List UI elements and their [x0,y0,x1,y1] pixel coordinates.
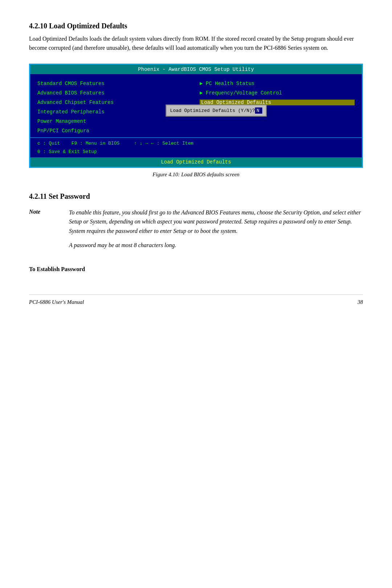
dialog-input: N [255,107,262,113]
bios-item-standard: Standard CMOS Features [37,81,192,86]
section-410-body: Load Optimized Defaults loads the defaul… [29,35,363,53]
bios-footer-save: 0 : Save & Exit Setup [30,149,362,157]
bios-dialog: Load Optimized Defaults (Y/N)? N [166,104,267,116]
bios-item-power: Power Management [37,118,192,124]
bios-footer: c : Quit F9 : Menu in BIOS ↑ ↓ → ← : Sel… [30,137,362,149]
note-label: Note [29,208,58,255]
note-block: Note To enable this feature, you should … [29,208,363,255]
to-establish-heading: To Establish Password [29,266,363,273]
bios-item-freq-voltage: ► Frequency/Voltage Control [200,90,355,96]
section-411-heading: 4.2.11 Set Password [29,192,363,201]
bios-title-bar: Phoenix - AwardBIOS CMOS Setup Utility [30,65,362,74]
bios-screen: Phoenix - AwardBIOS CMOS Setup Utility S… [29,64,363,168]
note-text-2: A password may be at most 8 characters l… [69,241,363,250]
page-footer: PCI-6886 User's Manual 38 [29,294,363,305]
section-410-heading: 4.2.10 Load Optimized Defaults [29,22,363,30]
figure-caption: Figure 4.10: Load BIOS defaults screen [29,172,363,178]
bios-status-bar: Load Optimized Defaults [30,157,362,167]
bios-footer-select: ↑ ↓ → ← : Select Item [134,141,193,146]
bios-footer-quit: c : Quit F9 : Menu in BIOS [37,141,119,146]
bios-item-advanced-bios: Advanced BIOS Features [37,90,192,96]
bios-body: Standard CMOS Features Advanced BIOS Fea… [30,74,362,137]
note-content: To enable this feature, you should first… [69,208,363,255]
bios-item-pc-health: ► PC Health Status [200,81,355,86]
bios-item-pnp: PnP/PCI Configura [37,128,192,134]
footer-manual: PCI-6886 User's Manual [29,299,84,305]
footer-page-number: 38 [358,299,363,305]
dialog-prompt: Load Optimized Defaults (Y/N)? [170,108,255,113]
note-text-1: To enable this feature, you should first… [69,208,363,236]
bios-dialog-inner: Load Optimized Defaults (Y/N)? N [170,107,262,113]
